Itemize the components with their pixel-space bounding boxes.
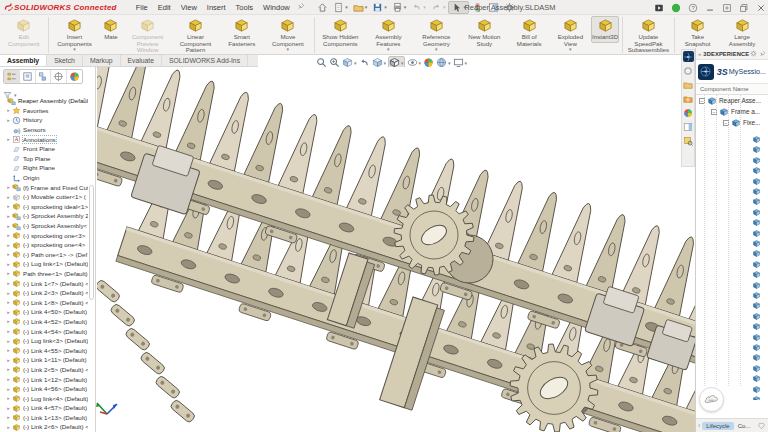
custom-properties-icon[interactable] [683,135,694,146]
pin-icon[interactable] [759,50,766,58]
component-tree-row[interactable] [696,286,768,297]
component-tree-row[interactable]: −Fixe... [696,117,768,128]
appearances-icon[interactable] [683,107,694,118]
expand-arrow-icon[interactable]: ▸ [5,290,12,296]
component-tree-row[interactable] [696,172,768,183]
expand-arrow-icon[interactable]: ▸ [5,194,12,200]
tab-assembly[interactable]: Assembly [0,55,47,66]
menu-file[interactable]: File [131,3,153,12]
tab-sketch[interactable]: Sketch [47,55,83,66]
gear-icon[interactable] [750,50,757,58]
component-tree-row[interactable] [696,234,768,245]
expand-arrow-icon[interactable]: ▸ [5,299,12,305]
expand-arrow-icon[interactable]: ▸ [5,232,12,238]
ribbon-show-hidden-components-button[interactable]: Show Hidden Components [317,16,364,49]
component-tree-row[interactable] [696,296,768,307]
expand-arrow-icon[interactable]: ▸ [5,251,12,257]
component-tree-row[interactable] [696,130,768,141]
expand-arrow-icon[interactable]: ▸ [5,107,12,113]
expand-arrow-icon[interactable]: ▸ [5,203,12,209]
component-tree-row[interactable] [696,338,768,349]
component-tree-row[interactable] [696,213,768,224]
ribbon-take-snapshot-button[interactable]: Take Snapshot [678,16,718,49]
expand-arrow-icon[interactable]: ▸ [5,280,12,286]
component-tree-row[interactable] [696,203,768,214]
feature-tree-item[interactable]: ▸(-) Link 2<6> (Default) < [0,422,88,432]
property-manager-tab[interactable] [20,70,36,83]
ribbon-exploded-view-button[interactable]: Exploded View▾ [551,16,591,53]
feature-tree-scrollbar[interactable] [89,185,94,300]
expand-arrow-icon[interactable]: ▸ [5,270,12,276]
expand-arrow-icon[interactable]: ▸ [5,261,12,267]
ribbon-instant3d-button[interactable]: Instant3D [591,16,619,43]
pane-icon[interactable] [683,121,694,132]
expand-arrow-icon[interactable]: ▸ [5,309,12,315]
tab-markup[interactable]: Markup [83,55,121,66]
component-tree-row[interactable] [696,140,768,151]
tab-evaluate[interactable]: Evaluate [121,55,162,66]
open-icon[interactable]: ▾ [350,1,370,14]
heart-icon[interactable] [757,421,766,431]
component-tree-row[interactable]: −Reaper Asse... [696,95,768,106]
design-library-icon[interactable] [683,93,694,104]
menu-view[interactable]: View [176,3,202,12]
tab-co-[interactable]: Co... [734,422,755,430]
expand-arrow-icon[interactable]: ▸ [5,405,12,411]
expand-arrow-icon[interactable]: ▸ [5,366,12,372]
expand-arrow-icon[interactable]: ▸ [5,242,12,248]
component-tree-row[interactable] [696,265,768,276]
minimize-icon[interactable] [705,3,715,13]
print-icon[interactable]: ▾ [389,1,409,14]
component-tree-row[interactable] [696,255,768,266]
expand-arrow-icon[interactable]: ▸ [5,117,12,123]
ribbon-mate-button[interactable]: Mate [99,16,123,43]
expand-arrow-icon[interactable]: ▸ [5,338,12,344]
menu-insert[interactable]: Insert [202,3,231,12]
ribbon-linear-component-pattern-button[interactable]: Linear Component Pattern▾ [172,16,219,60]
menu-window[interactable]: Window [258,3,295,12]
dimxpert-manager-tab[interactable] [51,70,67,83]
component-tree-row[interactable] [696,276,768,287]
component-tree-row[interactable] [696,317,768,328]
my-session-row[interactable]: 3S MySessio... [696,60,768,84]
pin-icon[interactable] [297,2,305,12]
fullscreen-icon[interactable] [722,3,732,13]
component-tree-row[interactable] [696,151,768,162]
component-tree-row[interactable] [696,161,768,172]
expand-arrow-icon[interactable]: ▸ [5,357,12,363]
component-tree-row[interactable] [696,224,768,235]
ribbon-update-speedpak-subassemblies-button[interactable]: Update SpeedPak Subassemblies [625,16,672,56]
expand-arrow-icon[interactable]: ▸ [5,223,12,229]
menu-edit[interactable]: Edit [153,3,176,12]
graphics-viewport[interactable] [97,67,695,432]
ribbon-move-component-button[interactable]: Move Component▾ [265,16,311,53]
component-tree-row[interactable] [696,369,768,380]
display-manager-tab[interactable] [67,70,82,83]
help-icon[interactable]: ? [688,3,698,13]
configuration-manager-tab[interactable] [36,70,52,83]
component-tree-row[interactable] [696,348,768,359]
ribbon-edit-component-button[interactable]: Edit Component [3,16,46,49]
folder-icon[interactable] [683,79,694,90]
expand-arrow-icon[interactable]: ▸ [5,347,12,353]
component-tree-row[interactable] [696,359,768,370]
collapse-chevrons[interactable]: » [698,51,701,57]
save-icon[interactable]: ▾ [370,1,390,14]
close-icon[interactable] [756,3,766,13]
ribbon-new-motion-study-button[interactable]: New Motion Study [461,16,508,49]
ribbon-component-preview-window-button[interactable]: Component Preview Window [124,16,171,56]
expand-arrow-icon[interactable]: ▸ [5,376,12,382]
restore-icon[interactable] [739,3,749,13]
ribbon-assembly-features-button[interactable]: Assembly Features▾ [365,16,412,53]
tab-lifecycle[interactable]: Lifecycle [702,422,733,430]
expand-arrow-icon[interactable]: ▸ [5,184,12,190]
ribbon-smart-fasteners-button[interactable]: Smart Fasteners [220,16,264,49]
new-document-icon[interactable]: ▾ [331,1,351,14]
expand-arrow-icon[interactable]: ▸ [5,318,12,324]
tab-solidworks-add-ins[interactable]: SOLIDWORKS Add-Ins [162,55,248,66]
assistant-button[interactable] [699,387,724,412]
ribbon-bill-of-materials-button[interactable]: Bill of Materials [509,16,550,49]
expand-arrow-icon[interactable]: ▸ [5,213,12,219]
expand-arrow-icon[interactable]: ▸ [5,395,12,401]
component-tree-row[interactable] [696,244,768,255]
